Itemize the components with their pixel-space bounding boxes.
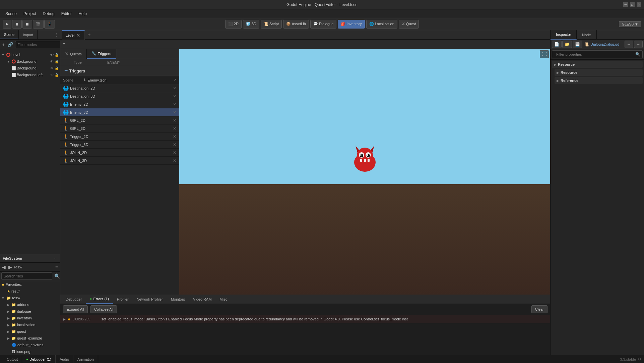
- panel-menu-icon[interactable]: ⋮: [54, 32, 59, 38]
- section-header-resource2[interactable]: ▶ Resource: [555, 69, 643, 76]
- debug-tab-network-profiler[interactable]: Network Profiler: [133, 295, 167, 304]
- menu-debug[interactable]: Debug: [40, 11, 57, 17]
- minimize-button[interactable]: ─: [623, 2, 628, 7]
- tree-eye-bg-group[interactable]: 👁: [50, 60, 54, 63]
- trigger-delete-john2d[interactable]: ✕: [173, 150, 176, 155]
- fs-item-localization[interactable]: ▶ 📁 localization: [0, 321, 60, 328]
- fs-item-dialogue[interactable]: ▶ 📁 dialogue: [0, 308, 60, 315]
- external-link-icon[interactable]: ↗: [173, 78, 176, 82]
- fs-item-addons[interactable]: ▶ 📁 addons: [0, 301, 60, 308]
- menu-scene[interactable]: Scene: [3, 11, 19, 17]
- scene-expand-button[interactable]: ⛶: [540, 50, 549, 58]
- menu-project[interactable]: Project: [21, 11, 39, 17]
- trigger-delete-john3d[interactable]: ✕: [173, 158, 176, 163]
- fs-item-inventory[interactable]: ▶ 📁 inventory: [0, 315, 60, 321]
- tree-lock-background[interactable]: 🔒: [55, 66, 59, 70]
- bottom-tab-debugger[interactable]: ● Debugger (1): [22, 355, 56, 363]
- bottom-tab-animation[interactable]: Animation: [73, 355, 98, 363]
- tab-add-button[interactable]: +: [85, 31, 93, 39]
- fs-item-quest-example[interactable]: ▶ 📁 quest_example: [0, 335, 60, 342]
- viewport-menu-button[interactable]: ≡: [62, 41, 67, 47]
- toolbar-assetlib[interactable]: 📦 AssetLib: [283, 20, 309, 29]
- tab-triggers[interactable]: 🔧 Triggers: [87, 49, 116, 59]
- inspector-tab-inspector[interactable]: Inspector: [551, 30, 577, 40]
- add-node-button[interactable]: +: [1, 41, 5, 48]
- debug-tab-misc[interactable]: Misc: [216, 295, 232, 304]
- toolbar-inventory[interactable]: 🎒 Inventory: [338, 20, 365, 29]
- fs-forward-button[interactable]: ▶: [8, 264, 13, 270]
- trigger-delete-trigger2d[interactable]: ✕: [173, 134, 176, 139]
- tab-close-button[interactable]: ✕: [76, 33, 80, 38]
- toolbar-3d[interactable]: 🧊 3D: [243, 20, 259, 29]
- section-header-reference[interactable]: ▶ Reference: [555, 77, 643, 84]
- trigger-enemy-2d[interactable]: 🌐 Enemy_2D ✕: [60, 100, 179, 108]
- inspector-tab-node[interactable]: Node: [577, 30, 596, 40]
- deploy-button[interactable]: 📱: [44, 20, 55, 29]
- trigger-trigger-2d[interactable]: 🚶 Trigger_2D ✕: [60, 133, 179, 141]
- debug-tab-debugger[interactable]: Debugger: [62, 295, 86, 304]
- tab-import[interactable]: Import: [19, 30, 38, 39]
- inspector-history-back[interactable]: ←: [625, 41, 633, 48]
- trigger-delete-dest3d[interactable]: ✕: [173, 94, 176, 99]
- trigger-trigger-3d[interactable]: 🚶 Trigger_3D ✕: [60, 141, 179, 149]
- fs-item-res[interactable]: ▼ 📁 res://: [0, 295, 60, 301]
- pause-button[interactable]: ⏸: [12, 20, 22, 29]
- stop-button[interactable]: ⏹: [22, 20, 32, 29]
- clear-button[interactable]: Clear: [531, 305, 548, 313]
- debug-tab-profiler[interactable]: Profiler: [113, 295, 133, 304]
- tree-item-backgroundleft[interactable]: ⬜ BackgroundLeft 👁 🔒: [0, 71, 60, 78]
- fs-favorite-res[interactable]: ★ res://: [0, 288, 60, 295]
- fs-item-quest[interactable]: ▶ 📁 quest: [0, 328, 60, 335]
- inspector-history-forward[interactable]: →: [634, 41, 643, 48]
- filter-properties-input[interactable]: [554, 50, 635, 58]
- bottom-tab-audio[interactable]: Audio: [56, 355, 73, 363]
- toolbar-dialogue[interactable]: 💬 Dialogue: [310, 20, 336, 29]
- toolbar-localization[interactable]: 🌐 Localization: [366, 20, 397, 29]
- tree-lock-level[interactable]: 🔒: [55, 53, 59, 57]
- trigger-delete-enemy2d[interactable]: ✕: [173, 102, 176, 107]
- close-button[interactable]: ✕: [637, 2, 641, 7]
- debug-tab-video-ram[interactable]: Video RAM: [189, 295, 215, 304]
- trigger-john-3d[interactable]: 🚶 JOHN_3D ✕: [60, 157, 179, 165]
- trigger-delete-enemy3d[interactable]: ✕: [173, 110, 176, 115]
- trigger-delete-dest2d[interactable]: ✕: [173, 86, 176, 91]
- collapse-all-button[interactable]: Collapse All: [90, 305, 117, 313]
- window-controls[interactable]: ─ □ ✕: [623, 2, 641, 7]
- tree-eye-background[interactable]: 👁: [50, 66, 54, 70]
- toolbar-quest[interactable]: ⚔ Quest: [399, 20, 419, 29]
- trigger-delete-trigger3d[interactable]: ✕: [173, 142, 176, 147]
- bottom-tab-output[interactable]: Output: [3, 355, 22, 363]
- trigger-enemy-3d[interactable]: 🌐 Enemy_3D ✕: [60, 108, 179, 116]
- tree-eye-level[interactable]: 👁: [50, 53, 54, 57]
- debug-tab-monitors[interactable]: Monitors: [167, 295, 189, 304]
- tree-item-background-group[interactable]: ▼ ⭕ Background 👁 🔒: [0, 58, 60, 65]
- tab-scene[interactable]: Scene: [0, 30, 19, 39]
- tree-item-background[interactable]: ⬜ Background 👁 🔒: [0, 65, 60, 71]
- toolbar-script[interactable]: 📜 Script: [261, 20, 282, 29]
- toolbar-2d[interactable]: ⬛ 2D: [225, 20, 242, 29]
- menu-help[interactable]: Help: [76, 11, 89, 17]
- section-header-resource[interactable]: ▶ Resource: [552, 61, 643, 68]
- fs-search-button[interactable]: 🔍: [54, 273, 60, 279]
- restore-button[interactable]: □: [630, 2, 635, 7]
- fs-search-input[interactable]: [1, 272, 52, 280]
- add-trigger-button[interactable]: +: [63, 67, 69, 74]
- tree-eye-backgroundleft[interactable]: 👁: [50, 73, 54, 77]
- editor-tab-level[interactable]: Level ✕: [62, 30, 85, 40]
- trigger-delete-girl3d[interactable]: ✕: [173, 126, 176, 131]
- inspector-save-button[interactable]: 💾: [573, 41, 582, 48]
- trigger-john-2d[interactable]: 🚶 JOHN_2D ✕: [60, 149, 179, 157]
- trigger-girl-2d[interactable]: 🚶 GIRL_2D ✕: [60, 116, 179, 124]
- fs-list-button[interactable]: ≡: [55, 264, 59, 270]
- tree-item-level[interactable]: ▼ ⭕ Level 👁 🔒: [0, 51, 60, 58]
- trigger-delete-girl2d[interactable]: ✕: [173, 118, 176, 123]
- fs-item-icon[interactable]: 🖼 icon.png: [0, 348, 60, 355]
- tree-lock-bg-group[interactable]: 🔒: [55, 60, 59, 63]
- menu-editor[interactable]: Editor: [59, 11, 74, 17]
- filesystem-menu-icon[interactable]: ⋮: [53, 256, 57, 261]
- movie-button[interactable]: 🎬: [33, 20, 44, 29]
- link-node-button[interactable]: 🔗: [7, 41, 14, 48]
- inspector-new-button[interactable]: 📄: [552, 41, 562, 48]
- inspector-open-button[interactable]: 📁: [562, 41, 572, 48]
- settings-icon[interactable]: ⚙: [638, 357, 641, 361]
